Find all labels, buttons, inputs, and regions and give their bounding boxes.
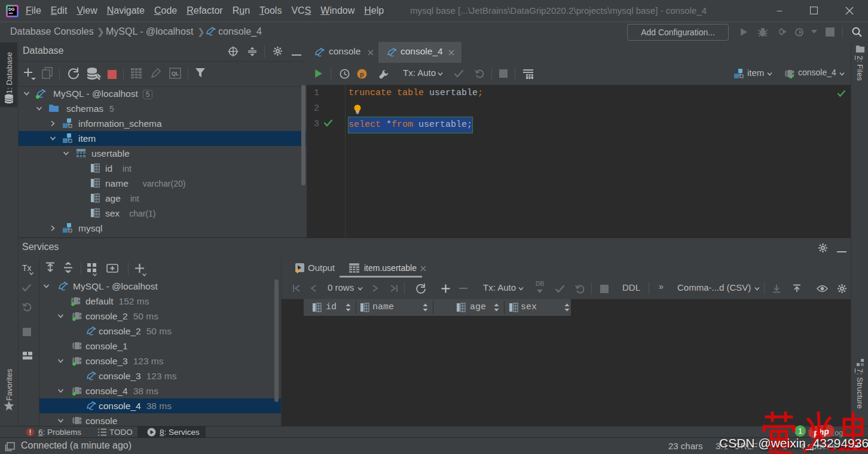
svg-text:DG: DG xyxy=(8,7,15,11)
svg-text:p: p xyxy=(360,71,364,78)
svg-text:QL: QL xyxy=(172,71,179,77)
